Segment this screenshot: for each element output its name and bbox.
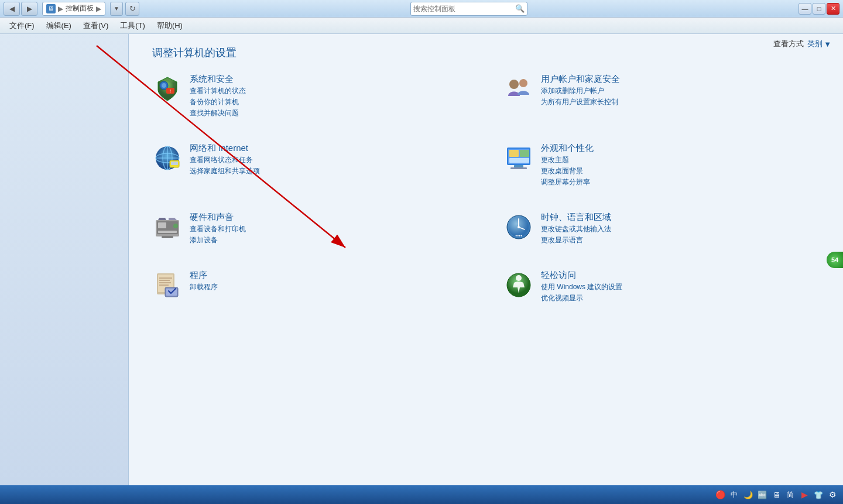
ease-link-2[interactable]: 优化视频显示 — [541, 293, 622, 303]
breadcrumb-text[interactable]: 控制面板 — [66, 4, 94, 13]
taskbar-icon-screen[interactable]: 🖥 — [770, 489, 782, 500]
programs-link-1[interactable]: 卸载程序 — [190, 282, 218, 292]
ease-link-1[interactable]: 使用 Windows 建议的设置 — [541, 282, 622, 292]
appearance-text: 外观和个性化 更改主题 更改桌面背景 调整屏幕分辨率 — [541, 143, 594, 187]
main-panel: 查看方式 类别 ▼ 调整计算机的设置 — [129, 34, 843, 485]
view-dropdown[interactable]: 类别 ▼ — [807, 39, 831, 49]
svg-point-4 — [509, 80, 519, 89]
svg-rect-23 — [158, 222, 166, 228]
programs-text: 程序 卸载程序 — [190, 270, 218, 292]
svg-point-42 — [516, 275, 522, 281]
titlebar-left: ◀ ▶ 🖥 ▶ 控制面板 ▶ ▼ ↻ — [4, 2, 139, 16]
taskbar-icon-ime[interactable]: 中 — [728, 489, 740, 500]
taskbar-icon-moon[interactable]: 🌙 — [742, 489, 754, 500]
user-link-2[interactable]: 为所有用户设置家长控制 — [541, 97, 620, 107]
ease-text: 轻松访问 使用 Windows 建议的设置 优化视频显示 — [541, 270, 622, 303]
close-button[interactable]: ✕ — [827, 3, 839, 15]
category-programs: 程序 卸载程序 — [152, 270, 468, 303]
refresh-button[interactable]: ↻ — [125, 2, 139, 16]
taskbar-icon-gear[interactable]: ⚙ — [827, 489, 838, 500]
menu-help[interactable]: 帮助(H) — [152, 19, 187, 33]
svg-rect-6 — [505, 95, 533, 103]
svg-rect-16 — [509, 150, 519, 157]
network-link-2[interactable]: 选择家庭组和共享选项 — [190, 166, 260, 176]
category-ease: 轻松访问 使用 Windows 建议的设置 优化视频显示 — [503, 270, 820, 303]
side-circle: 54 — [827, 252, 843, 268]
ease-icon — [503, 270, 534, 300]
minimize-button[interactable]: — — [799, 3, 811, 15]
forward-button[interactable]: ▶ — [21, 2, 37, 16]
hardware-icon — [152, 212, 183, 242]
network-text: 网络和 Internet 查看网络状态和任务 选择家庭组和共享选项 — [190, 143, 260, 176]
category-network: 网络和 Internet 查看网络状态和任务 选择家庭组和共享选项 — [152, 143, 468, 187]
category-user: 用户帐户和家庭安全 添加或删除用户帐户 为所有用户设置家长控制 — [503, 74, 820, 118]
category-hardware: 硬件和声音 查看设备和打印机 添加设备 — [152, 212, 468, 245]
security-link-3[interactable]: 查找并解决问题 — [190, 108, 246, 118]
programs-title[interactable]: 程序 — [190, 270, 218, 281]
view-label: 查看方式 — [773, 39, 804, 49]
menu-view[interactable]: 查看(V) — [78, 19, 113, 33]
security-link-1[interactable]: 查看计算机的状态 — [190, 86, 246, 96]
svg-rect-18 — [509, 158, 529, 163]
clock-title[interactable]: 时钟、语言和区域 — [541, 212, 611, 223]
taskbar-icon-simplified[interactable]: 简 — [784, 489, 796, 500]
svg-rect-26 — [162, 236, 173, 238]
clock-link-1[interactable]: 更改键盘或其他输入法 — [541, 224, 611, 234]
taskbar-icon-shirt[interactable]: 👕 — [813, 489, 824, 500]
svg-point-1 — [162, 83, 166, 88]
hardware-link-2[interactable]: 添加设备 — [190, 235, 246, 245]
svg-point-5 — [519, 79, 527, 87]
menu-edit[interactable]: 编辑(E) — [42, 19, 76, 33]
ease-title[interactable]: 轻松访问 — [541, 270, 622, 281]
svg-point-24 — [173, 224, 178, 228]
appearance-link-1[interactable]: 更改主题 — [541, 155, 594, 165]
svg-rect-13 — [171, 162, 178, 165]
view-bar: 查看方式 类别 ▼ — [773, 39, 831, 49]
security-title[interactable]: 系统和安全 — [190, 74, 246, 85]
user-text: 用户帐户和家庭安全 添加或删除用户帐户 为所有用户设置家长控制 — [541, 74, 620, 107]
category-security: ! 系统和安全 查看计算机的状态 备份你的计算机 查找并解决问题 — [152, 74, 468, 118]
clock-link-2[interactable]: 更改显示语言 — [541, 235, 611, 245]
svg-point-31 — [518, 226, 520, 228]
appearance-link-2[interactable]: 更改桌面背景 — [541, 166, 594, 176]
category-clock: ●●●● 时钟、语言和区域 更改键盘或其他输入法 更改显示语言 — [503, 212, 820, 245]
categories-grid: ! 系统和安全 查看计算机的状态 备份你的计算机 查找并解决问题 — [152, 74, 820, 314]
view-mode: 类别 — [807, 39, 823, 49]
appearance-title[interactable]: 外观和个性化 — [541, 143, 594, 154]
hardware-link-1[interactable]: 查看设备和打印机 — [190, 224, 246, 234]
back-button[interactable]: ◀ — [4, 2, 20, 16]
maximize-button[interactable]: □ — [813, 3, 825, 15]
network-link-1[interactable]: 查看网络状态和任务 — [190, 155, 260, 165]
menubar: 文件(F) 编辑(E) 查看(V) 工具(T) 帮助(H) — [0, 18, 843, 34]
breadcrumb-separator2: ▶ — [96, 5, 101, 13]
taskbar-icon-1[interactable]: 🔴 — [714, 489, 726, 500]
taskbar-icon-play[interactable]: ▶ — [799, 489, 810, 500]
breadcrumb-dropdown[interactable]: ▼ — [110, 2, 123, 16]
network-icon — [152, 143, 183, 173]
search-input[interactable] — [413, 5, 513, 13]
breadcrumb-bar: 🖥 ▶ 控制面板 ▶ — [42, 2, 105, 16]
svg-text:!: ! — [170, 89, 171, 93]
sidebar — [0, 34, 129, 485]
svg-rect-20 — [510, 167, 527, 169]
breadcrumb-icon: 🖥 — [46, 4, 56, 13]
user-title[interactable]: 用户帐户和家庭安全 — [541, 74, 620, 85]
security-text: 系统和安全 查看计算机的状态 备份你的计算机 查找并解决问题 — [190, 74, 246, 118]
security-link-2[interactable]: 备份你的计算机 — [190, 97, 246, 107]
view-dropdown-arrow: ▼ — [824, 40, 831, 49]
appearance-link-3[interactable]: 调整屏幕分辨率 — [541, 177, 594, 187]
titlebar: ◀ ▶ 🖥 ▶ 控制面板 ▶ ▼ ↻ 🔍 — □ ✕ — [0, 0, 843, 18]
user-link-1[interactable]: 添加或删除用户帐户 — [541, 86, 620, 96]
clock-icon: ●●●● — [503, 212, 534, 242]
titlebar-controls: — □ ✕ — [799, 3, 839, 15]
network-title[interactable]: 网络和 Internet — [190, 143, 260, 154]
taskbar-icon-input[interactable]: 🔤 — [756, 489, 768, 500]
hardware-title[interactable]: 硬件和声音 — [190, 212, 246, 223]
menu-tools[interactable]: 工具(T) — [115, 19, 150, 33]
svg-rect-19 — [514, 165, 523, 167]
svg-text:●●●●: ●●●● — [515, 234, 522, 237]
svg-rect-17 — [520, 150, 529, 157]
search-bar[interactable]: 🔍 — [410, 2, 527, 16]
menu-file[interactable]: 文件(F) — [5, 19, 39, 33]
user-icon — [503, 74, 534, 104]
